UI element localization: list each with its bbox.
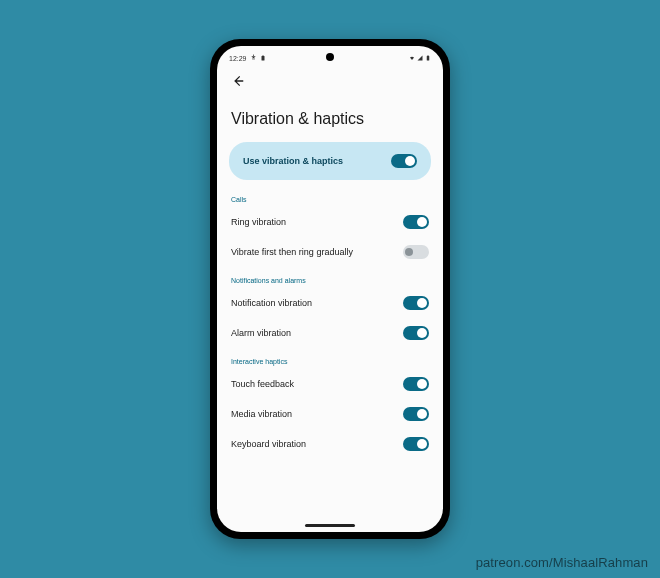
setting-label: Keyboard vibration: [231, 439, 306, 449]
phone-frame: 12:29: [210, 39, 450, 539]
app-bar: [217, 66, 443, 90]
settings-list: CallsRing vibrationVibrate first then ri…: [217, 186, 443, 459]
svg-rect-3: [427, 56, 430, 61]
svg-point-0: [252, 55, 253, 56]
hero-toggle-row[interactable]: Use vibration & haptics: [229, 142, 431, 180]
arrow-left-icon: [231, 74, 245, 88]
nav-pill-icon: [305, 524, 355, 527]
battery-icon: [425, 55, 431, 62]
screen: 12:29: [217, 46, 443, 532]
toggle-keyboard-vibration[interactable]: [403, 437, 429, 451]
front-camera: [326, 53, 334, 61]
watermark: patreon.com/MishaalRahman: [476, 555, 648, 570]
page-title: Vibration & haptics: [217, 90, 443, 142]
hero-label: Use vibration & haptics: [243, 156, 343, 166]
setting-row-touch-feedback[interactable]: Touch feedback: [217, 369, 443, 399]
section-header: Notifications and alarms: [217, 267, 443, 288]
svg-rect-1: [261, 56, 264, 61]
svg-rect-2: [262, 55, 263, 56]
section-header: Calls: [217, 186, 443, 207]
svg-rect-4: [428, 55, 429, 56]
toggle-touch-feedback[interactable]: [403, 377, 429, 391]
setting-label: Alarm vibration: [231, 328, 291, 338]
battery-small-icon: [260, 55, 266, 62]
toggle-vibrate-first-then-ring[interactable]: [403, 245, 429, 259]
toggle-ring-vibration[interactable]: [403, 215, 429, 229]
setting-row-keyboard-vibration[interactable]: Keyboard vibration: [217, 429, 443, 459]
setting-label: Touch feedback: [231, 379, 294, 389]
toggle-notification-vibration[interactable]: [403, 296, 429, 310]
accessibility-icon: [250, 54, 257, 62]
setting-row-ring-vibration[interactable]: Ring vibration: [217, 207, 443, 237]
setting-row-alarm-vibration[interactable]: Alarm vibration: [217, 318, 443, 348]
hero-toggle[interactable]: [391, 154, 417, 168]
setting-label: Media vibration: [231, 409, 292, 419]
back-button[interactable]: [229, 72, 247, 90]
setting-row-media-vibration[interactable]: Media vibration: [217, 399, 443, 429]
setting-row-vibrate-first-then-ring[interactable]: Vibrate first then ring gradually: [217, 237, 443, 267]
setting-label: Vibrate first then ring gradually: [231, 247, 353, 257]
wifi-icon: [409, 55, 415, 62]
status-time: 12:29: [229, 55, 247, 62]
toggle-media-vibration[interactable]: [403, 407, 429, 421]
setting-label: Notification vibration: [231, 298, 312, 308]
gesture-nav-bar[interactable]: [217, 518, 443, 532]
setting-row-notification-vibration[interactable]: Notification vibration: [217, 288, 443, 318]
toggle-alarm-vibration[interactable]: [403, 326, 429, 340]
section-header: Interactive haptics: [217, 348, 443, 369]
signal-icon: [417, 55, 423, 62]
setting-label: Ring vibration: [231, 217, 286, 227]
